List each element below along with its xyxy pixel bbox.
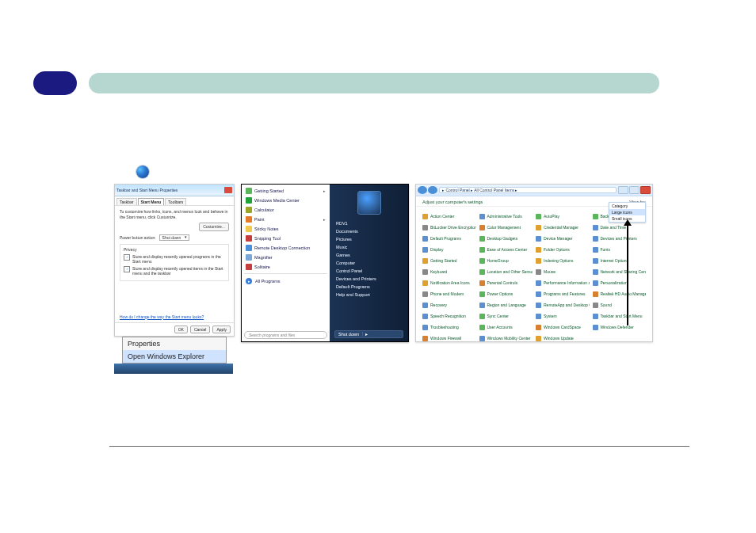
shutdown-options-arrow-icon[interactable]: ▸	[362, 332, 368, 337]
footer-rule	[109, 446, 689, 447]
control-panel-item[interactable]: Notification Area Icons	[422, 278, 476, 287]
start-menu-item[interactable]: Paint▸	[244, 215, 327, 223]
control-panel-item[interactable]: Color Management	[479, 223, 533, 232]
start-right-item[interactable]: Help and Support	[334, 292, 403, 297]
control-panel-item[interactable]: Power Options	[479, 289, 533, 299]
control-panel-item[interactable]: Date and Time	[593, 223, 647, 232]
control-panel-item[interactable]: Programs and Features	[536, 289, 590, 299]
start-search-input[interactable]: Search programs and files	[244, 331, 327, 339]
control-panel-item[interactable]: Ease of Access Center	[479, 245, 533, 254]
context-properties[interactable]: Properties	[123, 337, 226, 350]
close-button[interactable]	[640, 186, 651, 194]
control-panel-item[interactable]: Windows Firewall	[422, 333, 476, 341]
control-panel-item[interactable]: Realtek HD Audio Manager	[593, 289, 647, 299]
start-right-item[interactable]: Music	[334, 245, 403, 249]
start-right-item[interactable]: Computer	[334, 261, 403, 265]
tab-start-menu[interactable]: Start Menu	[138, 198, 165, 205]
address-bar[interactable]: ▸ Control Panel ▸ All Control Panel Item…	[439, 187, 617, 193]
start-right-item[interactable]: Pictures	[334, 237, 403, 242]
all-programs[interactable]: ▸ All Programs	[244, 276, 327, 286]
power-button-label: Power button action:	[120, 235, 156, 241]
control-panel-item[interactable]: System	[536, 311, 590, 321]
cancel-button[interactable]: Cancel	[190, 326, 211, 333]
control-panel-item[interactable]: Windows CardSpace	[536, 322, 590, 332]
control-panel-item[interactable]: HomeGroup	[479, 256, 533, 265]
control-panel-item[interactable]: Sound	[593, 300, 647, 310]
control-panel-item[interactable]: Taskbar and Start Menu	[593, 311, 647, 321]
control-panel-item[interactable]: Folder Options	[536, 245, 590, 254]
cp-item-label: BitLocker Drive Encryption	[430, 225, 476, 230]
view-option-large[interactable]: Large icons	[609, 209, 645, 215]
start-menu-item[interactable]: Calculator	[244, 206, 327, 214]
start-right-item[interactable]: RDV1	[334, 221, 403, 226]
control-panel-item[interactable]: Personalization	[593, 278, 647, 287]
control-panel-item[interactable]: Desktop Gadgets	[479, 234, 533, 243]
user-avatar[interactable]	[357, 191, 381, 215]
control-panel-item[interactable]: Getting Started	[422, 256, 476, 265]
control-panel-item[interactable]: AutoPlay	[536, 211, 590, 221]
cp-item-icon	[536, 269, 541, 275]
start-menu-item[interactable]: Getting Started▸	[244, 187, 327, 195]
control-panel-item[interactable]: Troubleshooting	[422, 322, 476, 332]
control-panel-item[interactable]: BitLocker Drive Encryption	[422, 223, 476, 232]
control-panel-item[interactable]: Indexing Options	[536, 256, 590, 265]
control-panel-item[interactable]: Phone and Modem	[422, 289, 476, 299]
start-menu-item[interactable]: Sticky Notes	[244, 225, 327, 233]
help-link[interactable]: How do I change the way the Start menu l…	[120, 314, 229, 320]
control-panel-item[interactable]: Parental Controls	[479, 278, 533, 287]
control-panel-item[interactable]: Sync Center	[479, 311, 533, 321]
start-menu-item[interactable]: Remote Desktop Connection	[244, 244, 327, 252]
control-panel-item[interactable]: User Accounts	[479, 322, 533, 332]
control-panel-item[interactable]: Performance Information and Tools	[536, 278, 590, 287]
start-right-item[interactable]: Games	[334, 253, 403, 257]
control-panel-item[interactable]: Action Center	[422, 211, 476, 221]
start-menu-item[interactable]: Windows Media Center	[244, 196, 327, 204]
cp-item-icon	[536, 225, 541, 230]
view-option-category[interactable]: Category	[609, 203, 645, 209]
back-button[interactable]	[418, 186, 427, 194]
control-panel-item[interactable]: Fonts	[593, 245, 647, 254]
maximize-button[interactable]	[629, 186, 640, 194]
power-button-select[interactable]: Shut down	[159, 234, 190, 242]
customize-button[interactable]: Customize...	[199, 223, 229, 231]
tab-taskbar[interactable]: Taskbar	[116, 198, 137, 205]
control-panel-item[interactable]: Devices and Printers	[593, 234, 647, 243]
control-panel-item[interactable]: Windows Update	[536, 333, 590, 341]
apply-button[interactable]: Apply	[212, 326, 231, 333]
control-panel-item[interactable]: Recovery	[422, 300, 476, 310]
control-panel-item[interactable]: Mouse	[536, 267, 590, 276]
control-panel-item[interactable]: Region and Language	[479, 300, 533, 310]
control-panel-item[interactable]: Keyboard	[422, 267, 476, 276]
control-panel-item[interactable]: Speech Recognition	[422, 311, 476, 321]
control-panel-item[interactable]: Credential Manager	[536, 223, 590, 232]
ok-button[interactable]: OK	[174, 326, 188, 333]
tab-toolbars[interactable]: Toolbars	[165, 198, 186, 205]
control-panel-item[interactable]: Windows Mobility Center	[479, 333, 533, 341]
control-panel-item[interactable]: Administrative Tools	[479, 211, 533, 221]
start-menu-item[interactable]: Magnifier	[244, 253, 327, 261]
start-right-item[interactable]: Documents	[334, 229, 403, 234]
start-right-item[interactable]: Default Programs	[334, 284, 403, 289]
privacy-checkbox-1[interactable]: ✓ Store and display recently opened prog…	[124, 254, 225, 265]
control-panel-item[interactable]: Device Manager	[536, 234, 590, 243]
start-menu-item[interactable]: Snipping Tool	[244, 234, 327, 242]
shutdown-button[interactable]: Shut down ▸	[334, 330, 403, 338]
control-panel-item[interactable]: Location and Other Sensors	[479, 267, 533, 276]
close-icon[interactable]	[224, 187, 232, 193]
forward-button[interactable]	[428, 186, 437, 194]
privacy-checkbox-2[interactable]: ✓ Store and display recently opened item…	[124, 266, 225, 276]
privacy-header: Privacy	[124, 247, 225, 253]
start-right-item[interactable]: Devices and Printers	[334, 276, 403, 281]
start-menu-item[interactable]: Solitaire	[244, 263, 327, 271]
minimize-button[interactable]	[618, 186, 628, 194]
control-panel-item[interactable]: Default Programs	[422, 234, 476, 243]
context-open-explorer[interactable]: Open Windows Explorer	[123, 350, 226, 363]
dialog-titlebar[interactable]: Taskbar and Start Menu Properties	[115, 185, 234, 196]
control-panel-item[interactable]: Internet Options	[593, 256, 647, 265]
control-panel-item[interactable]: Display	[422, 245, 476, 254]
control-panel-item[interactable]: Network and Sharing Center	[593, 267, 647, 276]
start-right-item[interactable]: Control Panel	[334, 268, 403, 273]
control-panel-item[interactable]: RemoteApp and Desktop Connections	[536, 300, 590, 310]
control-panel-item[interactable]: Windows Defender	[593, 322, 647, 332]
windows-orb-icon	[136, 166, 149, 178]
